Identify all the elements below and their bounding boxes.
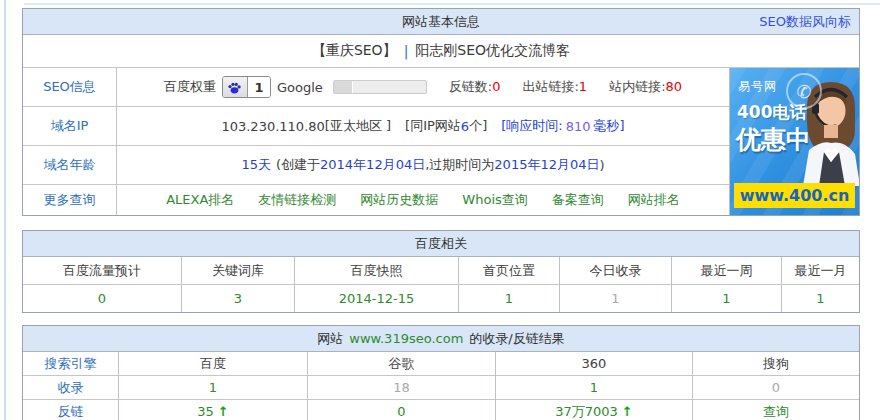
baidu-header-row: 百度流量预计 关键词库 百度快照 首页位置 今日收录 最近一周 最近一月 [23,257,859,285]
link-friend-link-check[interactable]: 友情链接检测 [258,191,336,209]
inlink-count-label: 站内链接: [609,79,665,94]
up-arrow-icon: ↑ [218,404,229,419]
same-ip-count[interactable]: 6 [461,119,469,134]
baidu-panel-header: 百度相关 [23,231,859,257]
include-baidu[interactable]: 1 [119,376,308,399]
outlink-count-label: 出站链接: [522,79,578,94]
baidu-snapshot-value[interactable]: 2014-12-15 [295,285,459,312]
page-left-rule [4,0,6,420]
domain-ip-row: 域名IP 103.230.110.80 [亚太地区 ] [同IP网站6个] [响… [23,107,729,146]
expire-prefix: ,过期时间为 [425,156,494,174]
page-top-rule [24,3,880,5]
col-baidu-snapshot: 百度快照 [295,257,459,284]
backlink-stat: 反链数:0 [449,78,501,96]
engine-google: 谷歌 [308,352,496,375]
inlink-count-value[interactable]: 80 [666,79,683,94]
site-title: 【重庆SEO】 [312,42,397,60]
google-pr-bar-fill [334,81,353,93]
backlink-count-value[interactable]: 0 [492,79,500,94]
link-site-rank[interactable]: 网站排名 [628,191,680,209]
outlink-count-value[interactable]: 1 [579,79,587,94]
backlink-baidu-cell: 35 ↑ [119,400,308,420]
include-row: 收录 1 18 1 0 [23,376,859,400]
ad-url: www.400.cn [734,183,855,208]
expire-date[interactable]: 2015年12月04日 [494,156,599,174]
up-arrow-icon: ↑ [622,404,633,419]
home-position-value[interactable]: 1 [459,285,560,312]
index-backlink-panel: 网站 www.319seo.com 的收录/反链结果 搜索引擎 百度 谷歌 36… [22,325,860,420]
ip-region: [亚太地区 ] [325,117,391,135]
engine-baidu: 百度 [119,352,308,375]
backlink-baidu[interactable]: 35 [197,404,214,419]
ad-line2: 优惠中 [736,123,811,156]
backlink-count-label: 反链数: [449,79,492,94]
backlink-360[interactable]: 37万7003 [555,403,618,420]
backlink-google[interactable]: 0 [308,400,496,420]
result-panel-header: 网站 www.319seo.com 的收录/反链结果 [23,326,859,352]
outlink-stat: 出站链接:1 [522,78,587,96]
col-last-month: 最近一月 [782,257,859,284]
google-pr-bar [333,80,427,94]
backlink-row: 反链 35 ↑ 0 37万7003 ↑ 查询 [23,400,859,420]
result-domain[interactable]: www.319seo.com [349,331,463,346]
include-360[interactable]: 1 [496,376,693,399]
col-today-indexed: 今日收录 [560,257,672,284]
engine-360: 360 [496,352,693,375]
backlink-label: 反链 [23,400,119,420]
today-indexed-value: 1 [560,285,672,312]
backlink-sogou-query-link[interactable]: 查询 [693,400,859,420]
panel-title: 网站基本信息 [402,13,480,31]
col-home-position: 首页位置 [459,257,560,284]
col-keyword-lib: 关键词库 [182,257,295,284]
engines-header-row: 搜索引擎 百度 谷歌 360 搜狗 [23,352,859,376]
panel-header: 网站基本信息 SEO数据风向标 [23,9,859,35]
ad-line1: 400电话 [737,101,807,124]
last-week-value[interactable]: 1 [672,285,782,312]
created-date[interactable]: 2014年12月04日 [320,156,425,174]
domain-age-value[interactable]: 15天 [241,156,271,174]
more-queries-row: 更多查询 ALEXA排名 友情链接检测 网站历史数据 Whois查询 备案查询 … [23,185,729,215]
same-ip-suffix: 个] [469,117,487,135]
include-google: 18 [308,376,496,399]
seo-info-label: SEO信息 [23,68,117,106]
baidu-weight-value: 1 [248,77,270,97]
same-ip-prefix: [同IP网站 [405,117,461,135]
link-icp-query[interactable]: 备案查询 [552,191,604,209]
result-title-prefix: 网站 [317,330,343,348]
more-queries-label: 更多查询 [23,185,117,215]
link-alexa-rank[interactable]: ALEXA排名 [166,191,234,209]
inlink-stat: 站内链接:80 [609,78,682,96]
last-month-value[interactable]: 1 [782,285,859,312]
col-baidu-traffic: 百度流量预计 [23,257,182,284]
site-name: 阳志刚SEO优化交流博客 [415,42,570,60]
baidu-weight-badge[interactable]: 1 [222,76,271,98]
engine-label: 搜索引擎 [23,352,119,375]
link-site-history[interactable]: 网站历史数据 [360,191,438,209]
domain-ip-label: 域名IP [23,107,117,145]
baidu-traffic-value[interactable]: 0 [23,285,182,312]
domain-age-row: 域名年龄 15天 (创建于2014年12月04日,过期时间为2015年12月04… [23,146,729,185]
include-label: 收录 [23,376,119,399]
baidu-values-row: 0 3 2014-12-15 1 1 1 1 [23,285,859,312]
site-title-row: 【重庆SEO】 | 阳志刚SEO优化交流博客 [23,35,859,68]
baidu-panel-title: 百度相关 [415,235,467,253]
domain-age-label: 域名年龄 [23,146,117,184]
link-whois-query[interactable]: Whois查询 [462,191,527,209]
google-pr-label: Google [277,80,323,95]
backlink-360-cell: 37万7003 ↑ [496,400,693,420]
result-title-suffix: 的收录/反链结果 [469,330,564,348]
baidu-weight-label: 百度权重 [164,78,216,96]
ip-address: 103.230.110.80 [221,119,324,134]
seo-data-trend-link[interactable]: SEO数据风向标 [759,13,851,31]
seo-info-row: SEO信息 百度权重 1 [23,68,729,107]
response-time-value[interactable]: 810 [566,119,591,134]
include-sogou: 0 [693,376,859,399]
col-last-week: 最近一周 [672,257,782,284]
response-time-prefix: [响应时间: [501,117,562,135]
ad-banner-400cn[interactable]: 易号网 ✆ 400电话 优惠中 [729,68,859,215]
ad-brand: 易号网 [738,78,777,95]
paren-close: ) [600,158,605,173]
baidu-related-panel: 百度相关 百度流量预计 关键词库 百度快照 首页位置 今日收录 最近一周 最近一… [22,230,860,313]
keyword-lib-value[interactable]: 3 [182,285,295,312]
engine-sogou: 搜狗 [693,352,859,375]
